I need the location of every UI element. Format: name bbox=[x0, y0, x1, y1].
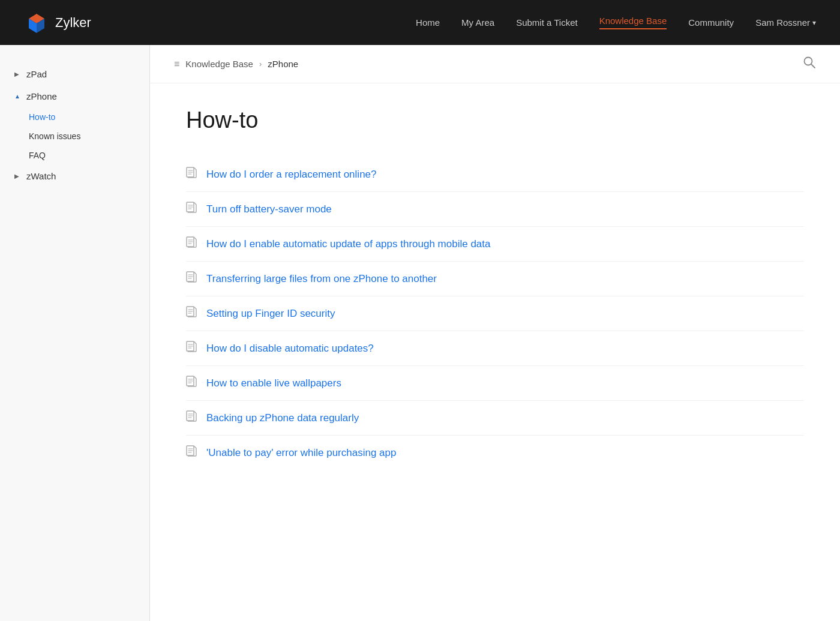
article-link[interactable]: Backing up zPhone data regularly bbox=[206, 412, 359, 424]
article-link[interactable]: Transferring large files from one zPhone… bbox=[206, 273, 437, 285]
main-nav: Home My Area Submit a Ticket Knowledge B… bbox=[416, 16, 816, 29]
nav-submit-ticket[interactable]: Submit a Ticket bbox=[516, 17, 578, 28]
sidebar-label-zphone: zPhone bbox=[26, 91, 57, 101]
article-item[interactable]: How do I order a replacement online? bbox=[186, 157, 804, 192]
document-icon bbox=[186, 445, 197, 460]
document-icon bbox=[186, 376, 197, 391]
logo-area: Zylker bbox=[24, 10, 91, 35]
header: Zylker Home My Area Submit a Ticket Know… bbox=[0, 0, 840, 45]
nav-community[interactable]: Community bbox=[688, 17, 734, 28]
article-list: How do I order a replacement online? Tur… bbox=[186, 157, 804, 470]
document-icon bbox=[186, 271, 197, 286]
sidebar-subitem-how-to[interactable]: How-to bbox=[0, 107, 149, 127]
sidebar-item-zphone[interactable]: ▲ zPhone bbox=[0, 85, 149, 107]
breadcrumb-root[interactable]: Knowledge Base bbox=[185, 59, 253, 69]
svg-line-1 bbox=[811, 64, 815, 68]
article-item[interactable]: How do I enable automatic update of apps… bbox=[186, 227, 804, 262]
nav-my-area[interactable]: My Area bbox=[461, 17, 494, 28]
article-item[interactable]: 'Unable to pay' error while purchasing a… bbox=[186, 436, 804, 470]
breadcrumb-separator: › bbox=[259, 59, 262, 68]
page-title: How-to bbox=[186, 107, 804, 133]
chevron-down-icon: ▲ bbox=[14, 93, 22, 100]
article-link[interactable]: How to enable live wallpapers bbox=[206, 377, 341, 389]
breadcrumb: ≡ Knowledge Base › zPhone bbox=[150, 45, 840, 83]
chevron-right-icon-2: ▶ bbox=[14, 173, 22, 179]
sidebar-item-zpad[interactable]: ▶ zPad bbox=[0, 63, 149, 85]
article-item[interactable]: How do I disable automatic updates? bbox=[186, 331, 804, 366]
article-item[interactable]: Transferring large files from one zPhone… bbox=[186, 262, 804, 296]
main-content: ≡ Knowledge Base › zPhone How-to bbox=[150, 45, 840, 621]
menu-icon[interactable]: ≡ bbox=[174, 59, 179, 70]
sidebar-subitem-known-issues[interactable]: Known issues bbox=[0, 127, 149, 146]
document-icon bbox=[186, 410, 197, 425]
document-icon bbox=[186, 236, 197, 251]
chevron-right-icon: ▶ bbox=[14, 71, 22, 77]
content-area: How-to How do I order a replacement onli… bbox=[150, 83, 840, 494]
sidebar-subitem-faq[interactable]: FAQ bbox=[0, 146, 149, 165]
article-item[interactable]: Setting up Finger ID security bbox=[186, 296, 804, 331]
article-link[interactable]: 'Unable to pay' error while purchasing a… bbox=[206, 447, 396, 459]
layout: ▶ zPad ▲ zPhone How-to Known issues FAQ … bbox=[0, 45, 840, 621]
sidebar: ▶ zPad ▲ zPhone How-to Known issues FAQ … bbox=[0, 45, 150, 621]
article-link[interactable]: How do I enable automatic update of apps… bbox=[206, 238, 491, 250]
article-item[interactable]: Turn off battery-saver mode bbox=[186, 192, 804, 227]
sidebar-item-zwatch[interactable]: ▶ zWatch bbox=[0, 165, 149, 187]
article-link[interactable]: Turn off battery-saver mode bbox=[206, 203, 332, 215]
nav-home[interactable]: Home bbox=[416, 17, 440, 28]
document-icon bbox=[186, 306, 197, 321]
search-icon[interactable] bbox=[803, 56, 816, 72]
document-icon bbox=[186, 202, 197, 217]
breadcrumb-current: zPhone bbox=[268, 59, 298, 69]
article-link[interactable]: How do I order a replacement online? bbox=[206, 169, 377, 181]
nav-user-menu[interactable]: Sam Rossner bbox=[755, 17, 816, 28]
article-item[interactable]: Backing up zPhone data regularly bbox=[186, 401, 804, 436]
article-item[interactable]: How to enable live wallpapers bbox=[186, 366, 804, 401]
sidebar-label-zwatch: zWatch bbox=[26, 171, 56, 181]
sidebar-zphone-subitems: How-to Known issues FAQ bbox=[0, 107, 149, 165]
sidebar-label-zpad: zPad bbox=[26, 69, 47, 79]
logo-icon bbox=[24, 10, 49, 35]
document-icon bbox=[186, 341, 197, 356]
logo-text: Zylker bbox=[55, 15, 91, 31]
nav-knowledge-base[interactable]: Knowledge Base bbox=[599, 16, 667, 29]
article-link[interactable]: How do I disable automatic updates? bbox=[206, 343, 374, 355]
document-icon bbox=[186, 167, 197, 182]
article-link[interactable]: Setting up Finger ID security bbox=[206, 308, 335, 320]
